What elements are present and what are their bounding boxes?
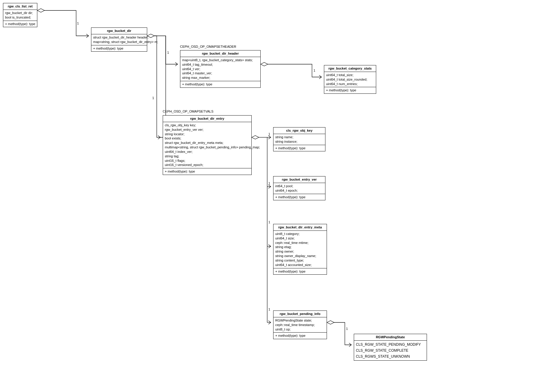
class-attr: string name;: [275, 135, 323, 139]
enum-RGWPendingState: RGWPendingState CLS_RGW_STATE_PENDING_MO…: [354, 334, 427, 361]
mult-state: 1: [346, 327, 348, 330]
class-attr: uint64_t size;: [275, 236, 325, 241]
class-attr: uint64_t master_ver;: [182, 71, 259, 76]
class-attr: int64_t pool;: [275, 184, 323, 188]
class-attr: uint64_t epoch;: [275, 188, 323, 193]
enum-value: CLS_RGW_STATE_COMPLETE: [356, 348, 425, 353]
class-attr: uint64_t index_ver;: [165, 150, 250, 154]
class-attr: uint16_t versioned_epoch;: [165, 163, 250, 167]
class-rgw_bucket_dir_entry: rgw_bucket_dir_entry cls_rgw_obj_key key…: [163, 115, 252, 175]
class-rgw_cls_list_ret: rgw_cls_list_ret rgw_bucket_dir dir; boo…: [3, 3, 37, 27]
class-attr: uint16_t flags;: [165, 159, 250, 163]
class-rgw_bucket_pending_info: rgw_bucket_pending_info RGWPendingState …: [273, 310, 327, 339]
edges-layer: [0, 0, 538, 392]
mult-catstats: 1: [313, 69, 315, 72]
class-title: rgw_bucket_entry_ver: [273, 176, 325, 183]
class-attr: ceph::real_time timestamp;: [275, 323, 325, 327]
class-title: rgw_cls_list_ret: [3, 3, 37, 10]
class-method: + method(type): type: [326, 88, 374, 93]
class-title: rgw_bucket_dir_header: [180, 50, 260, 57]
class-method: + method(type): type: [5, 22, 35, 26]
class-attr: bool is_truncated;: [5, 15, 35, 20]
class-method: + method(type): type: [275, 195, 323, 199]
class-attr: RGWPendingState state;: [275, 318, 325, 323]
class-attr: string etag;: [275, 245, 325, 249]
mult-pending: 1: [268, 308, 270, 311]
class-attr: uint64_t tag_timeout;: [182, 62, 259, 67]
class-rgw_bucket_dir_entry_meta: rgw_bucket_dir_entry_meta uint8_t catego…: [273, 224, 327, 275]
class-title: rgw_bucket_category_stats: [324, 65, 376, 72]
class-attr: string owner;: [275, 249, 325, 254]
class-attr: uint8_t op;: [275, 327, 325, 332]
enum-value: CLS_RGWS_STATE_UNKNOWN: [356, 353, 425, 359]
class-attr: bool exists;: [165, 136, 250, 141]
class-rgw_bucket_entry_ver: rgw_bucket_entry_ver int64_t pool; uint6…: [273, 176, 325, 200]
class-title: rgw_bucket_pending_info: [273, 311, 327, 317]
class-method: + method(type): type: [165, 169, 250, 174]
class-title: rgw_bucket_dir: [91, 28, 147, 34]
class-title: rgw_bucket_dir_entry_meta: [273, 224, 327, 231]
mult-objkey: 1: [268, 132, 270, 136]
class-attr: struct rgw_bucket_dir_entry_meta meta;: [165, 141, 250, 145]
mult-meta: 1: [268, 220, 270, 224]
mult-entryver: 1: [268, 182, 270, 185]
class-attr: ceph::real_time mtime;: [275, 241, 325, 245]
svg-marker-3: [252, 136, 259, 139]
class-cls_rgw_obj_key: cls_rgw_obj_key string name; string inst…: [273, 127, 325, 151]
class-attr: string owner_display_name;: [275, 254, 325, 258]
class-method: + method(type): type: [275, 333, 325, 338]
class-attr: rgw_bucket_entry_ver ver;: [165, 127, 250, 132]
enum-value: CLS_RGW_STATE_PENDING_MODIFY: [356, 342, 425, 348]
class-attr: multimap<string, struct rgw_bucket_pendi…: [165, 145, 250, 150]
class-attr: string tag;: [165, 154, 250, 159]
class-rgw_bucket_category_stats: rgw_bucket_category_stats uint64_t total…: [324, 65, 376, 94]
class-method: + method(type): type: [93, 46, 145, 51]
class-attr: uint64_t accounted_size;: [275, 263, 325, 267]
class-attr: uint64_t ver;: [182, 67, 259, 71]
mult-header: 1: [167, 51, 169, 54]
svg-marker-0: [37, 9, 44, 12]
class-attr: uint8_t category;: [275, 232, 325, 236]
class-title: cls_rgw_obj_key: [273, 127, 325, 134]
class-attr: struct rgw_bucket_dir_header header;: [93, 35, 145, 40]
class-title: RGWPendingState: [354, 334, 427, 341]
class-attr: uint64_t num_entries;: [326, 82, 374, 86]
class-method: + method(type): type: [182, 82, 259, 87]
label-omapsetvals: CEPH_OSD_OP_OMAPSETVALS: [163, 110, 213, 113]
class-attr: string locator;: [165, 132, 250, 136]
class-attr: map<uint8_t, rgw_bucket_category_stats> …: [182, 58, 259, 62]
class-attr: string content_type;: [275, 258, 325, 263]
class-attr: cls_rgw_obj_key key;: [165, 123, 250, 127]
svg-marker-4: [327, 321, 334, 324]
class-title: rgw_bucket_dir_entry: [163, 116, 251, 122]
label-omapsetheader: CEPH_OSD_OP_OMAPSETHEADER: [180, 45, 236, 48]
class-method: + method(type): type: [275, 269, 325, 274]
mult-entry: 1: [152, 96, 154, 100]
class-attr: map<string, struct rgw_bucket_dir_entry>…: [93, 40, 145, 44]
mult-dir: 1: [77, 21, 79, 25]
class-attr: rgw_bucket_dir dir;: [5, 11, 35, 15]
class-attr: uint64_t total_size_rounded;: [326, 77, 374, 82]
class-attr: string instance;: [275, 139, 323, 144]
class-attr: string max_marker;: [182, 76, 259, 80]
class-attr: uint64_t total_size;: [326, 73, 374, 77]
class-rgw_bucket_dir: rgw_bucket_dir struct rgw_bucket_dir_hea…: [91, 27, 147, 52]
svg-marker-2: [261, 62, 268, 66]
class-method: + method(type): type: [275, 146, 323, 150]
diagram-canvas: CEPH_OSD_OP_OMAPSETHEADER CEPH_OSD_OP_OM…: [0, 0, 538, 392]
class-rgw_bucket_dir_header: rgw_bucket_dir_header map<uint8_t, rgw_b…: [180, 50, 261, 88]
